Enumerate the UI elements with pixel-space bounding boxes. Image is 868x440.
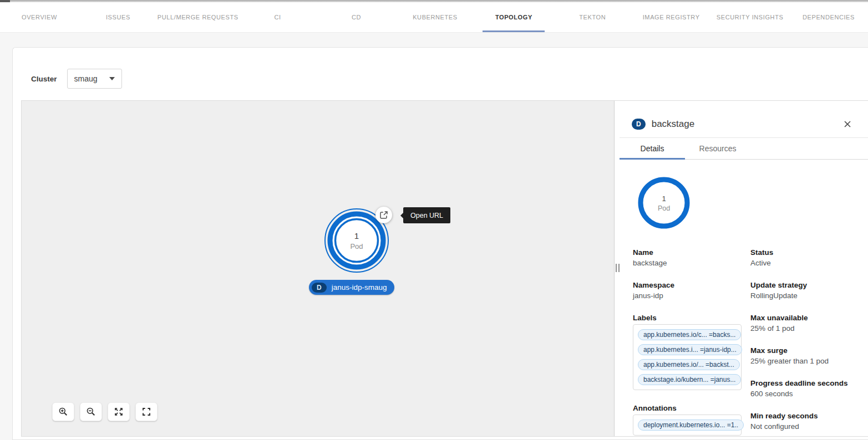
pod-donut-ring: [641, 180, 687, 226]
side-panel-header: D backstage: [620, 101, 868, 138]
cluster-label: Cluster: [31, 75, 57, 83]
panel-title[interactable]: backstage: [652, 119, 695, 130]
field-label: Namespace: [633, 281, 750, 289]
field-value: Active: [750, 259, 855, 267]
expand-arrows-icon: [114, 407, 124, 417]
annotations-pill: deployment.kubernetes.io... =1..: [638, 419, 744, 431]
topology-view: 1 Pod Open URL D janus-idp-smaug: [21, 100, 868, 437]
open-url-button[interactable]: [375, 207, 392, 223]
panel-tab-resources[interactable]: Resources: [685, 138, 750, 159]
node-pod-unit: Pod: [350, 242, 363, 250]
donut-pod-unit: Pod: [658, 204, 670, 212]
labels-pill: app.kubernetes.io/... =backst...: [638, 359, 740, 370]
close-panel-button[interactable]: [844, 120, 851, 128]
donut-pod-count: 1: [662, 195, 666, 203]
field-value: RollingUpdate: [750, 291, 855, 300]
labels-group: app.kubernetes.io/c... =backs...app.kube…: [633, 324, 742, 390]
close-icon: [844, 120, 851, 128]
zoom-out-icon: [86, 407, 96, 417]
panel-details-body: 1 Pod NamebackstageNamespacejanus-idpLab…: [620, 160, 868, 436]
details-fields: NamebackstageNamespacejanus-idpLabelsapp…: [633, 248, 855, 436]
reset-view-button[interactable]: [135, 402, 158, 421]
panel-tab-details[interactable]: Details: [620, 138, 685, 159]
tab-image-registry[interactable]: IMAGE REGISTRY: [632, 2, 710, 32]
field-min-ready-seconds: Min ready secondsNot configured: [750, 412, 855, 431]
tab-ci[interactable]: CI: [238, 2, 317, 32]
panel-resize-splitter[interactable]: [614, 101, 620, 436]
zoom-in-button[interactable]: [52, 402, 74, 421]
field-progress-deadline-seconds: Progress deadline seconds600 seconds: [750, 379, 855, 398]
field-value: 25% of 1 pod: [750, 324, 855, 332]
cluster-select[interactable]: smaug: [67, 69, 122, 89]
labels-pill: app.kubernetes.i... =janus-idp...: [638, 344, 742, 355]
field-labels: Labelsapp.kubernetes.io/c... =backs...ap…: [633, 314, 750, 390]
field-label: Max surge: [750, 346, 855, 355]
node-label-text: janus-idp-smaug: [332, 283, 387, 291]
entity-tab-bar: OVERVIEWISSUESPULL/MERGE REQUESTSCICDKUB…: [0, 2, 868, 33]
drag-handle-icon: [616, 264, 620, 272]
pod-donut[interactable]: 1 Pod: [637, 176, 855, 232]
field-label: Name: [633, 248, 750, 257]
node-label-pill[interactable]: D janus-idp-smaug: [309, 280, 394, 295]
field-max-surge: Max surge25% greater than 1 pod: [750, 346, 855, 365]
topology-canvas[interactable]: 1 Pod Open URL D janus-idp-smaug: [22, 101, 614, 436]
field-value: backstage: [633, 259, 750, 267]
tab-pull-merge-requests[interactable]: PULL/MERGE REQUESTS: [158, 2, 238, 32]
tab-tekton[interactable]: TEKTON: [553, 2, 632, 32]
field-value: janus-idp: [633, 291, 750, 300]
field-status: StatusActive: [750, 248, 855, 267]
fit-to-screen-button[interactable]: [108, 402, 130, 421]
canvas-controls: [52, 402, 158, 421]
field-label: Max unavailable: [750, 314, 855, 322]
external-link-icon: [379, 211, 388, 219]
field-label: Labels: [633, 314, 750, 322]
labels-pill: app.kubernetes.io/c... =backs...: [638, 329, 741, 340]
tab-kubernetes[interactable]: KUBERNETES: [396, 2, 475, 32]
node-pod-count: 1: [354, 231, 359, 241]
zoom-in-icon: [58, 407, 68, 417]
open-url-tooltip: Open URL: [403, 207, 450, 223]
deployment-badge: D: [312, 283, 327, 293]
field-label: Update strategy: [750, 281, 855, 289]
panel-fields-left: NamebackstageNamespacejanus-idpLabelsapp…: [633, 248, 750, 436]
side-panel: D backstage DetailsResources 1 Pod: [620, 101, 868, 436]
field-name: Namebackstage: [633, 248, 750, 267]
field-label: Annotations: [633, 404, 750, 412]
field-annotations: Annotationsdeployment.kubernetes.io... =…: [633, 404, 750, 436]
zoom-out-button[interactable]: [80, 402, 102, 421]
tab-security-insights[interactable]: SECURITY INSIGHTS: [710, 2, 789, 32]
deployment-badge: D: [632, 119, 646, 130]
tooltip-text: Open URL: [410, 212, 443, 219]
tab-overview[interactable]: OVERVIEW: [0, 2, 79, 32]
tab-cd[interactable]: CD: [317, 2, 396, 32]
panel-tab-bar: DetailsResources: [620, 138, 868, 160]
cluster-selector-row: Cluster smaug: [31, 69, 122, 89]
chevron-down-icon: [109, 77, 115, 80]
field-update-strategy: Update strategyRollingUpdate: [750, 281, 855, 300]
tab-issues[interactable]: ISSUES: [79, 2, 158, 32]
panel-fields-right: StatusActiveUpdate strategyRollingUpdate…: [750, 248, 855, 436]
field-value: 600 seconds: [750, 390, 855, 398]
cluster-select-value: smaug: [74, 74, 98, 83]
field-value: 25% greater than 1 pod: [750, 357, 855, 365]
node-inner-ring: [336, 219, 378, 262]
field-namespace: Namespacejanus-idp: [633, 281, 750, 300]
field-label: Min ready seconds: [750, 412, 855, 420]
topology-card: Cluster smaug 1 Pod: [12, 47, 868, 440]
field-value: Not configured: [750, 422, 855, 431]
tab-topology[interactable]: TOPOLOGY: [474, 2, 553, 32]
tab-dependencies[interactable]: DEPENDENCIES: [789, 2, 868, 32]
annotations-group: deployment.kubernetes.io... =1..: [633, 415, 742, 436]
labels-pill: backstage.io/kubern... =janus...: [638, 374, 741, 385]
field-label: Progress deadline seconds: [750, 379, 855, 387]
corner-brackets-icon: [141, 407, 151, 417]
field-label: Status: [750, 248, 855, 257]
field-max-unavailable: Max unavailable25% of 1 pod: [750, 314, 855, 332]
